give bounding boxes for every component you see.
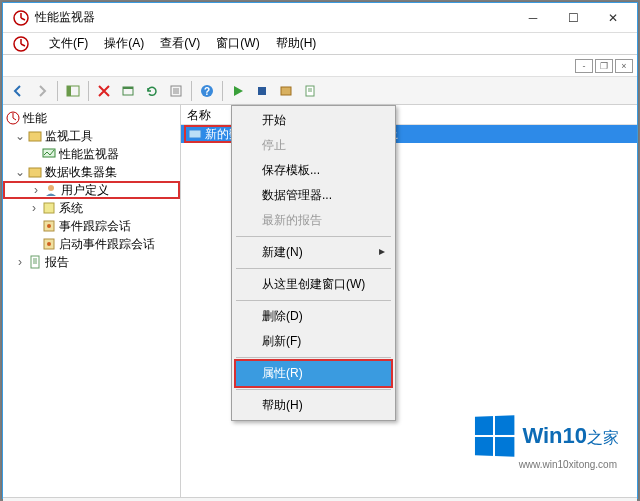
- data-button[interactable]: [275, 80, 297, 102]
- menu-help[interactable]: 帮助(H): [268, 32, 325, 55]
- list-item-status: 已停止: [356, 126, 637, 143]
- ctx-create-window[interactable]: 从这里创建窗口(W): [234, 272, 393, 297]
- report-button[interactable]: [299, 80, 321, 102]
- tree-label: 性能: [23, 110, 47, 127]
- menu-view[interactable]: 查看(V): [152, 32, 208, 55]
- svg-rect-22: [44, 203, 54, 213]
- watermark-url: www.win10xitong.com: [519, 459, 617, 470]
- user-icon: [43, 182, 59, 198]
- tree-panel: 性能 ⌄ 监视工具 性能监视器 ⌄ 数据收集器集 › 用户定义: [3, 105, 181, 497]
- svg-rect-3: [67, 86, 71, 96]
- tree-label: 启动事件跟踪会话: [59, 236, 155, 253]
- ctx-data-manager[interactable]: 数据管理器...: [234, 183, 393, 208]
- back-button[interactable]: [7, 80, 29, 102]
- window-title: 性能监视器: [35, 9, 513, 26]
- collector-icon: [187, 126, 203, 142]
- close-button[interactable]: ✕: [593, 3, 633, 33]
- menubar: 文件(F) 操作(A) 查看(V) 窗口(W) 帮助(H): [3, 33, 637, 55]
- svg-point-24: [47, 224, 51, 228]
- properties-button[interactable]: [165, 80, 187, 102]
- folder-icon: [27, 128, 43, 144]
- event-icon: [41, 236, 57, 252]
- context-menu: 开始 停止 保存模板... 数据管理器... 最新的报告 新建(N) 从这里创建…: [231, 105, 396, 421]
- svg-rect-12: [258, 87, 266, 95]
- start-button[interactable]: [227, 80, 249, 102]
- statusbar: 打开当前所选内容的属性对话框。: [3, 497, 637, 501]
- expand-icon[interactable]: ›: [27, 201, 41, 215]
- separator: [57, 81, 58, 101]
- separator: [222, 81, 223, 101]
- tree-reports[interactable]: › 报告: [3, 253, 180, 271]
- separator: [236, 268, 391, 269]
- mdi-close-button[interactable]: ×: [615, 59, 633, 73]
- separator: [236, 236, 391, 237]
- menu-action[interactable]: 操作(A): [96, 32, 152, 55]
- svg-rect-20: [29, 168, 41, 177]
- delete-button[interactable]: [93, 80, 115, 102]
- folder-icon: [27, 164, 43, 180]
- app-icon-small: [13, 36, 29, 52]
- tree-root[interactable]: 性能: [3, 109, 180, 127]
- help-button[interactable]: ?: [196, 80, 218, 102]
- ctx-refresh[interactable]: 刷新(F): [234, 329, 393, 354]
- ctx-latest-report: 最新的报告: [234, 208, 393, 233]
- window-controls: ─ ☐ ✕: [513, 3, 633, 32]
- mdi-restore-button[interactable]: ❐: [595, 59, 613, 73]
- maximize-button[interactable]: ☐: [553, 3, 593, 33]
- tree-label: 性能监视器: [59, 146, 119, 163]
- monitor-icon: [41, 146, 57, 162]
- svg-rect-31: [189, 130, 201, 138]
- svg-rect-18: [29, 132, 41, 141]
- expand-icon[interactable]: ⌄: [13, 165, 27, 179]
- svg-rect-27: [31, 256, 39, 268]
- tree-perf-monitor[interactable]: 性能监视器: [3, 145, 180, 163]
- event-icon: [41, 218, 57, 234]
- ctx-stop: 停止: [234, 133, 393, 158]
- svg-point-26: [47, 242, 51, 246]
- expand-icon[interactable]: ⌄: [13, 129, 27, 143]
- separator: [191, 81, 192, 101]
- refresh-button[interactable]: [141, 80, 163, 102]
- tree-start-event-trace[interactable]: 启动事件跟踪会话: [3, 235, 180, 253]
- forward-button[interactable]: [31, 80, 53, 102]
- menu-file[interactable]: 文件(F): [41, 32, 96, 55]
- tree-monitor-tools[interactable]: ⌄ 监视工具: [3, 127, 180, 145]
- tree-label: 系统: [59, 200, 83, 217]
- separator: [236, 300, 391, 301]
- expand-icon[interactable]: ›: [13, 255, 27, 269]
- stop-button[interactable]: [251, 80, 273, 102]
- window-button[interactable]: [117, 80, 139, 102]
- titlebar: 性能监视器 ─ ☐ ✕: [3, 3, 637, 33]
- tree-user-defined[interactable]: › 用户定义: [3, 181, 180, 199]
- show-hide-tree-button[interactable]: [62, 80, 84, 102]
- tree-event-trace[interactable]: 事件跟踪会话: [3, 217, 180, 235]
- tree-label: 监视工具: [45, 128, 93, 145]
- svg-point-21: [48, 185, 54, 191]
- menu-window[interactable]: 窗口(W): [208, 32, 267, 55]
- app-window: 性能监视器 ─ ☐ ✕ 文件(F) 操作(A) 查看(V) 窗口(W) 帮助(H…: [2, 2, 638, 499]
- perf-icon: [5, 110, 21, 126]
- tree-system[interactable]: › 系统: [3, 199, 180, 217]
- tree-data-sets[interactable]: ⌄ 数据收集器集: [3, 163, 180, 181]
- ctx-new[interactable]: 新建(N): [234, 240, 393, 265]
- expand-icon[interactable]: ›: [29, 183, 43, 197]
- tree-label: 事件跟踪会话: [59, 218, 131, 235]
- ctx-save-template[interactable]: 保存模板...: [234, 158, 393, 183]
- column-status[interactable]: 状态: [356, 105, 637, 124]
- svg-rect-13: [281, 87, 291, 95]
- mdi-controls: - ❐ ×: [3, 55, 637, 77]
- ctx-help[interactable]: 帮助(H): [234, 393, 393, 418]
- ctx-start[interactable]: 开始: [234, 108, 393, 133]
- ctx-delete[interactable]: 删除(D): [234, 304, 393, 329]
- separator: [236, 357, 391, 358]
- separator: [236, 389, 391, 390]
- tree-label: 用户定义: [61, 182, 109, 199]
- tree-label: 数据收集器集: [45, 164, 117, 181]
- svg-text:?: ?: [204, 86, 210, 97]
- mdi-minimize-button[interactable]: -: [575, 59, 593, 73]
- minimize-button[interactable]: ─: [513, 3, 553, 33]
- toolbar: ?: [3, 77, 637, 105]
- ctx-properties[interactable]: 属性(R): [234, 359, 393, 388]
- tree-label: 报告: [45, 254, 69, 271]
- report-icon: [27, 254, 43, 270]
